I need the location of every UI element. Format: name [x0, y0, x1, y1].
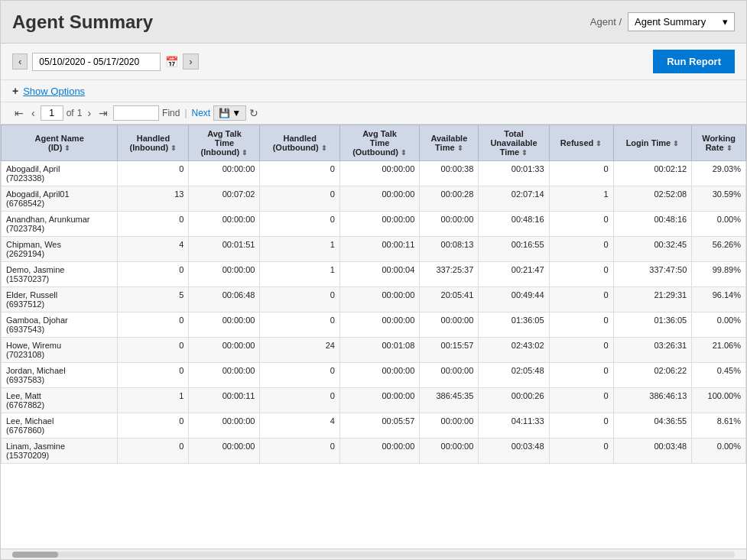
date-range-input[interactable]	[32, 53, 161, 71]
sort-icon-avg-talk-inbound: ⇕	[242, 149, 248, 157]
prev-date-button[interactable]: ‹	[12, 53, 28, 70]
horizontal-scrollbar[interactable]	[1, 549, 746, 559]
col-agent-name[interactable]: Agent Name(ID) ⇕	[2, 125, 118, 161]
col-total-unavailable[interactable]: TotalUnavailableTime ⇕	[479, 125, 549, 161]
table-cell: 1	[118, 388, 189, 413]
prev-page-button[interactable]: ‹	[29, 106, 37, 120]
col-avg-talk-outbound[interactable]: Avg TalkTime(Outbound) ⇕	[339, 125, 419, 161]
table-cell: 13	[118, 186, 189, 212]
table-cell: 0	[549, 338, 613, 363]
table-cell: 04:11:33	[479, 413, 549, 439]
col-available-time[interactable]: AvailableTime ⇕	[420, 125, 479, 161]
table-cell: 21.06%	[692, 338, 746, 363]
agent-summary-table: Agent Name(ID) ⇕ Handled(Inbound) ⇕ Avg …	[1, 125, 746, 464]
table-cell: 00:00:00	[339, 161, 419, 186]
header: Agent Summary Agent / Agent Summary ▾	[1, 1, 746, 44]
page-number-input[interactable]	[41, 105, 63, 121]
sort-icon-working-rate: ⇕	[726, 144, 732, 152]
find-input[interactable]	[113, 105, 159, 121]
table-cell: 0	[549, 287, 613, 312]
col-working-rate[interactable]: WorkingRate ⇕	[692, 125, 746, 161]
table-cell: 00:00:04	[339, 262, 419, 287]
table-cell: 00:48:16	[479, 212, 549, 237]
col-handled-outbound[interactable]: Handled(Outbound) ⇕	[260, 125, 339, 161]
scrollbar-track	[12, 552, 735, 558]
table-cell: 00:00:00	[339, 388, 419, 413]
table-cell: 00:00:00	[339, 363, 419, 388]
table-cell: 4	[118, 237, 189, 262]
col-refused[interactable]: Refused ⇕	[549, 125, 613, 161]
col-avg-talk-inbound[interactable]: Avg TalkTime(Inbound) ⇕	[189, 125, 260, 161]
calendar-icon[interactable]: 📅	[165, 56, 178, 68]
total-pages: 1	[77, 108, 83, 118]
table-cell: Linam, Jasmine(15370209)	[2, 439, 118, 464]
table-cell: 01:36:05	[613, 312, 692, 338]
table-cell: 00:00:00	[189, 338, 260, 363]
table-cell: 56.26%	[692, 237, 746, 262]
sort-icon-handled-outbound: ⇕	[321, 144, 327, 152]
show-options-label[interactable]: Show Options	[23, 86, 85, 97]
table-cell: 00:00:00	[189, 439, 260, 464]
table-row: Jordan, Michael(6937583)000:00:00000:00:…	[2, 363, 746, 388]
table-cell: 386:46:13	[613, 388, 692, 413]
table-cell: 0	[118, 413, 189, 439]
next-label[interactable]: Next	[192, 108, 211, 118]
last-page-button[interactable]: ⇥	[96, 106, 110, 120]
table-cell: 00:49:44	[479, 287, 549, 312]
table-cell: 0.00%	[692, 212, 746, 237]
table-cell: 00:32:45	[613, 237, 692, 262]
export-button[interactable]: 💾 ▼	[213, 105, 246, 121]
table-cell: Elder, Russell(6937512)	[2, 287, 118, 312]
col-handled-inbound[interactable]: Handled(Inbound) ⇕	[118, 125, 189, 161]
table-cell: 00:00:26	[479, 388, 549, 413]
pagination-row: ⇤ ‹ of 1 › ⇥ Find | Next 💾 ▼ ↻	[1, 102, 746, 125]
table-cell: 0	[549, 312, 613, 338]
date-row: ‹ 📅 ›	[12, 53, 199, 71]
table-cell: 00:00:00	[189, 312, 260, 338]
run-report-button[interactable]: Run Report	[653, 50, 735, 73]
table-cell: 0	[260, 312, 339, 338]
show-options-plus[interactable]: +	[12, 85, 18, 97]
first-page-button[interactable]: ⇤	[12, 106, 26, 120]
table-cell: 00:00:00	[420, 312, 479, 338]
table-cell: 0	[549, 388, 613, 413]
table-cell: 0	[260, 439, 339, 464]
table-cell: 00:16:55	[479, 237, 549, 262]
table-cell: 00:00:00	[339, 186, 419, 212]
table-cell: 0	[260, 287, 339, 312]
table-cell: Gamboa, Djohar(6937543)	[2, 312, 118, 338]
table-cell: 00:00:38	[420, 161, 479, 186]
find-label[interactable]: Find	[162, 108, 180, 118]
col-login-time[interactable]: Login Time ⇕	[613, 125, 692, 161]
sort-icon-refused: ⇕	[596, 140, 602, 147]
table-row: Gamboa, Djohar(6937543)000:00:00000:00:0…	[2, 312, 746, 338]
app-container: Agent Summary Agent / Agent Summary ▾ ‹ …	[0, 0, 747, 560]
table-cell: 02:07:14	[479, 186, 549, 212]
table-cell: 00:00:00	[189, 413, 260, 439]
sort-icon-available-time: ⇕	[457, 144, 463, 152]
table-cell: 337:47:50	[613, 262, 692, 287]
table-cell: 00:02:12	[613, 161, 692, 186]
table-cell: 02:52:08	[613, 186, 692, 212]
next-page-button[interactable]: ›	[85, 106, 93, 120]
export-chevron-icon: ▼	[232, 108, 241, 118]
table-cell: 0	[549, 212, 613, 237]
page-title: Agent Summary	[12, 11, 153, 33]
table-cell: 21:29:31	[613, 287, 692, 312]
table-cell: 0	[118, 439, 189, 464]
table-cell: 00:00:00	[339, 287, 419, 312]
table-cell: 99.89%	[692, 262, 746, 287]
next-date-button[interactable]: ›	[183, 53, 198, 70]
table-body: Abogadil, April(7023338)000:00:00000:00:…	[2, 161, 746, 464]
table-cell: 02:06:22	[613, 363, 692, 388]
table-cell: 00:00:00	[339, 312, 419, 338]
table-cell: 00:21:47	[479, 262, 549, 287]
table-cell: 00:00:00	[189, 161, 260, 186]
table-cell: 0	[118, 338, 189, 363]
scrollbar-thumb[interactable]	[12, 552, 58, 558]
table-cell: 100.00%	[692, 388, 746, 413]
report-type-dropdown[interactable]: Agent Summary ▾	[628, 12, 735, 31]
table-cell: Abogadil, April01(6768542)	[2, 186, 118, 212]
refresh-button[interactable]: ↻	[249, 107, 258, 119]
table-cell: 0	[549, 262, 613, 287]
